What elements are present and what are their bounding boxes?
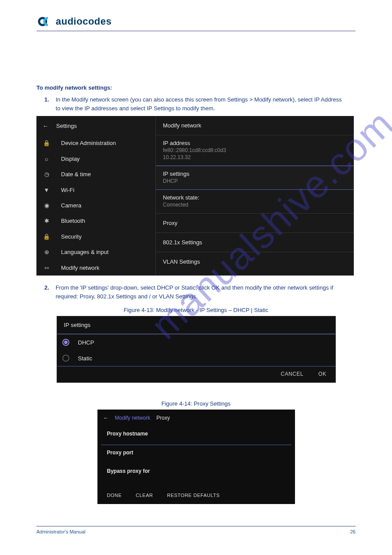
dialog-title: IP settings	[57, 316, 335, 334]
ip-settings-value: DHCP	[163, 178, 347, 185]
proxy-port-field[interactable]: Proxy port	[101, 445, 291, 464]
ip-settings-dialog: IP settings DHCP Static CANCEL OK	[57, 316, 336, 383]
back-arrow-icon[interactable]: ←	[104, 415, 109, 421]
ip-address-label: IP address	[163, 140, 347, 146]
globe-icon: ⊕	[43, 249, 50, 255]
bypass-proxy-field[interactable]: Bypass proxy for	[101, 464, 291, 487]
sidebar-item-label: Languages & input	[61, 249, 108, 255]
page-footer: Administrator's Manual 26	[36, 526, 356, 534]
step-2-body: From the 'IP settings' drop-down, select…	[56, 283, 345, 301]
modify-network-title: Modify network	[156, 116, 354, 135]
sidebar-item-datetime[interactable]: ◷ Date & time	[36, 167, 155, 182]
sidebar-item-label: Device Administration	[61, 140, 116, 146]
clock-icon: ◷	[43, 171, 50, 178]
settings-back-header[interactable]: ← Settings	[36, 116, 155, 135]
proxy-hostname-label: Proxy hostname	[107, 431, 285, 437]
clear-button[interactable]: CLEAR	[136, 493, 153, 498]
footer-page-number: 26	[350, 529, 356, 534]
proxy-hostname-field[interactable]: Proxy hostname	[101, 426, 291, 445]
radio-static[interactable]: Static	[57, 350, 335, 366]
brand-name: audiocodes	[56, 16, 111, 27]
sidebar-item-device-admin[interactable]: 🔒 Device Administration	[36, 135, 155, 151]
breadcrumb-modify-network[interactable]: Modify network	[115, 415, 151, 421]
sidebar-item-camera[interactable]: ◉ Camera	[36, 198, 155, 213]
sidebar-item-modify-network[interactable]: ⇿ Modify network	[36, 260, 155, 275]
wifi-icon: ▼	[43, 187, 50, 193]
settings-title: Settings	[56, 123, 77, 129]
ip-settings-label: IP settings	[163, 170, 347, 177]
proxy-label: Proxy	[163, 220, 347, 226]
sidebar-item-display[interactable]: ☼ Display	[36, 151, 155, 167]
network-state-label: Network state:	[163, 194, 347, 201]
back-arrow-icon: ←	[43, 123, 48, 129]
breadcrumb-proxy: Proxy	[156, 415, 170, 421]
lock-icon: 🔒	[43, 140, 50, 146]
step-1-body: In the Modify network screen (you can al…	[56, 95, 345, 112]
proxy-screenshot: ← Modify network Proxy Proxy hostname Pr…	[97, 410, 295, 504]
vlan-label: VLAN Settings	[163, 258, 347, 265]
radio-static-label: Static	[78, 355, 93, 362]
proxy-actions: DONE CLEAR RESTORE DEFAULTS	[97, 487, 295, 504]
radio-unselected-icon	[62, 355, 69, 362]
proxy-breadcrumb: ← Modify network Proxy	[97, 410, 295, 426]
dot1x-row[interactable]: 802.1x Settings	[156, 233, 354, 252]
ok-button[interactable]: OK	[318, 371, 326, 377]
network-icon: ⇿	[43, 265, 50, 271]
dialog-body: DHCP Static	[57, 334, 335, 366]
proxy-row[interactable]: Proxy	[156, 214, 354, 233]
sidebar-item-label: Bluetooth	[61, 218, 85, 224]
ip-settings-row[interactable]: IP settings DHCP	[156, 166, 354, 190]
radio-dhcp[interactable]: DHCP	[57, 334, 335, 350]
bypass-proxy-label: Bypass proxy for	[107, 468, 285, 474]
dialog-actions: CANCEL OK	[57, 366, 335, 382]
settings-left-pane: ← Settings 🔒 Device Administration ☼ Dis…	[36, 116, 156, 276]
sidebar-item-label: Security	[61, 233, 82, 240]
lock-icon: 🔒	[43, 233, 50, 240]
cancel-button[interactable]: CANCEL	[281, 371, 303, 377]
settings-left-list: 🔒 Device Administration ☼ Display ◷ Date…	[36, 135, 155, 276]
logo-mark-icon	[36, 16, 54, 27]
instructions-intro: To modify network settings:	[36, 84, 356, 92]
brand-logo: audiocodes	[36, 16, 111, 27]
radio-dhcp-label: DHCP	[78, 339, 94, 346]
dot1x-label: 802.1x Settings	[163, 239, 347, 246]
settings-right-pane: Modify network IP address fe80::2980:1cd…	[156, 116, 354, 276]
figure-caption-4-14: Figure 4-14: Proxy Settings	[36, 400, 356, 407]
step-2-num: 2.	[44, 283, 54, 292]
sidebar-item-label: Camera	[61, 202, 81, 209]
restore-defaults-button[interactable]: RESTORE DEFAULTS	[167, 493, 219, 498]
camera-icon: ◉	[43, 202, 50, 209]
settings-screenshot: ← Settings 🔒 Device Administration ☼ Dis…	[36, 116, 354, 276]
sidebar-item-bluetooth[interactable]: ✱ Bluetooth	[36, 213, 155, 229]
step-2: 2. From the 'IP settings' drop-down, sel…	[44, 283, 356, 301]
right-pane-title: Modify network	[163, 122, 201, 129]
step-1-num: 1.	[44, 95, 54, 104]
brightness-icon: ☼	[43, 156, 50, 162]
radio-selected-icon	[62, 339, 69, 346]
figure-caption-4-13: Figure 4-13: Modify network - IP Setting…	[36, 307, 356, 313]
sidebar-item-label: Wi-Fi	[61, 187, 74, 193]
footer-left: Administrator's Manual	[36, 529, 86, 534]
sidebar-item-languages[interactable]: ⊕ Languages & input	[36, 244, 155, 260]
sidebar-item-label: Modify network	[61, 265, 99, 271]
sidebar-item-wifi[interactable]: ▼ Wi-Fi	[36, 182, 155, 197]
sidebar-item-security[interactable]: 🔒 Security	[36, 229, 155, 244]
page-header: audiocodes	[36, 16, 356, 31]
done-button[interactable]: DONE	[107, 493, 122, 498]
sidebar-item-label: Date & time	[61, 171, 91, 178]
ip-address-row[interactable]: IP address fe80::2980:1cd8:ccd8:c0d3 10.…	[156, 135, 354, 166]
ip-address-value: fe80::2980:1cd8:ccd8:c0d3 10.22.13.32	[163, 147, 347, 161]
bluetooth-icon: ✱	[43, 218, 50, 224]
sidebar-item-label: Display	[61, 156, 80, 162]
step-1: 1. In the Modify network screen (you can…	[44, 95, 356, 112]
proxy-port-label: Proxy port	[107, 450, 285, 456]
network-state-row[interactable]: Network state: Connected	[156, 190, 354, 214]
vlan-row[interactable]: VLAN Settings	[156, 252, 354, 271]
network-state-value: Connected	[163, 202, 347, 209]
